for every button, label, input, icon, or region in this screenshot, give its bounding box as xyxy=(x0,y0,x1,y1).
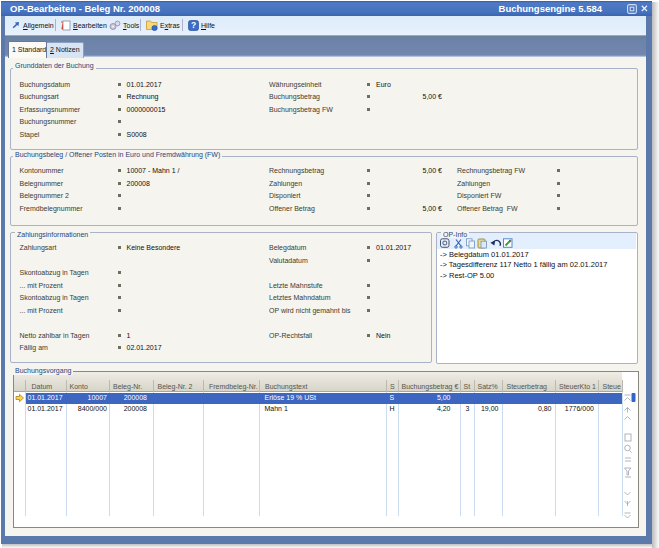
svg-text:?: ? xyxy=(191,20,196,30)
